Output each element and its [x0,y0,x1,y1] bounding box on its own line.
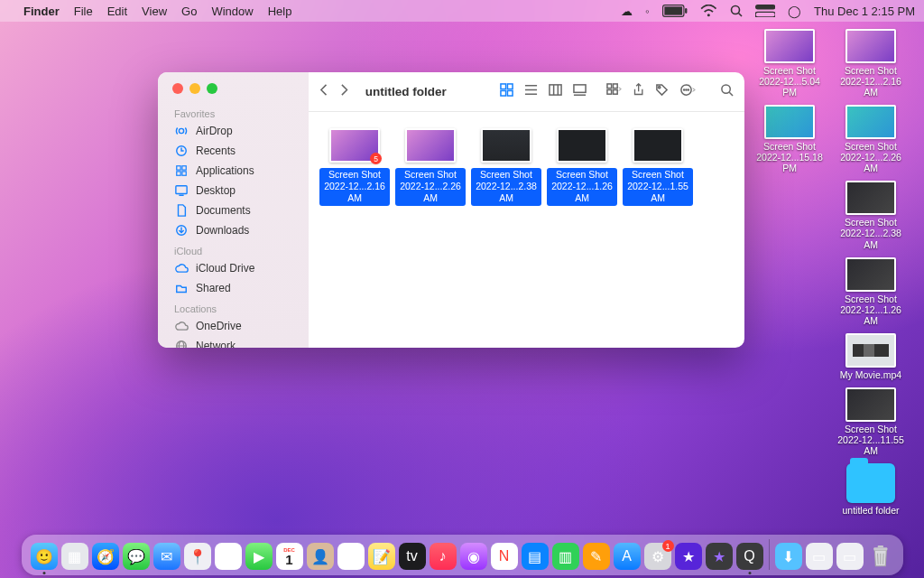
desktop-item-label: Screen Shot2022-12...11.55 AM [834,424,908,456]
recents-icon [174,144,189,157]
dock-pages[interactable]: ✎ [583,543,610,570]
sidebar-section-label: Favorites [162,103,305,121]
dock-trash[interactable] [867,543,894,570]
dock-notes[interactable]: 📝 [368,543,395,570]
sidebar-item-shared[interactable]: Shared [162,278,305,298]
icloud-icon [174,264,189,273]
sidebar-item-desktop[interactable]: Desktop [162,181,305,200]
dock-badge: 1 [662,540,674,552]
dock-quicktime[interactable]: Q [736,543,763,570]
dock-settings[interactable]: ⚙︎1 [644,543,671,570]
view-list-button[interactable] [524,83,538,100]
svg-rect-21 [507,84,513,89]
actions-button[interactable] [679,83,697,100]
dock-clips[interactable]: ★ [675,543,702,570]
desktop-item[interactable]: My Movie.mp4 [836,333,906,380]
dock-contacts[interactable]: 👤 [307,543,334,570]
status-wifi-icon[interactable] [700,5,717,17]
share-button[interactable] [633,83,644,100]
file-item[interactable]: Screen Shot2022-12...2.26 AM [395,128,466,206]
desktop-item[interactable]: untitled folder [836,463,906,516]
view-columns-button[interactable] [549,83,562,100]
desktop-item[interactable]: Screen Shot2022-12...1.26 AM [836,257,906,326]
desktop-icon-column-1: Screen Shot2022-12...5.04 PM Screen Shot… [753,29,827,173]
dock-podcasts[interactable]: ◉ [460,543,487,570]
dock-music[interactable]: ♪ [430,543,457,570]
desktop-item-label: untitled folder [834,505,908,516]
nav-back-button[interactable] [319,83,328,100]
menubar-datetime[interactable]: Thu Dec 1 2:15 PM [814,5,915,18]
menu-app-name[interactable]: Finder [23,5,60,18]
dock-maps[interactable]: 📍 [184,543,211,570]
dock-recent2[interactable]: ▭ [836,543,864,570]
svg-rect-32 [607,84,612,89]
status-siri-icon[interactable]: ◯ [788,5,801,18]
view-gallery-button[interactable] [573,83,587,100]
svg-rect-11 [182,166,186,170]
dock-reminders[interactable]: ☰ [337,543,365,570]
desktop-item[interactable]: Screen Shot2022-12...5.04 PM [754,29,825,98]
search-button[interactable] [720,83,734,100]
tags-button[interactable] [655,83,669,100]
svg-rect-22 [501,90,506,96]
window-close-button[interactable] [172,83,183,94]
sidebar-item-downloads[interactable]: Downloads [162,220,305,240]
menu-go[interactable]: Go [181,5,197,18]
sidebar-item-applications[interactable]: Applications [162,161,305,181]
desktop-icon-column-2: Screen Shot2022-12...2.16 AM Screen Shot… [834,29,908,516]
menu-window[interactable]: Window [211,5,253,18]
status-battery-icon[interactable] [662,5,688,17]
svg-rect-23 [507,90,513,96]
menu-edit[interactable]: Edit [107,5,127,18]
sidebar-item-onedrive[interactable]: OneDrive [162,316,305,336]
group-by-button[interactable] [606,83,622,100]
desktop-item[interactable]: Screen Shot2022-12...2.38 AM [836,181,906,249]
file-item[interactable]: Screen Shot2022-12...1.55 AM [623,128,693,206]
desktop-item[interactable]: Screen Shot2022-12...11.55 AM [836,387,906,456]
desktop-thumbnail [845,181,896,215]
window-minimize-button[interactable] [189,83,200,94]
dock-imovie[interactable]: ★ [706,543,733,570]
file-label: Screen Shot2022-12...1.55 AM [623,168,693,206]
dock-finder[interactable]: 🙂 [31,543,58,570]
dock-appstore[interactable]: A [614,543,641,570]
svg-line-47 [882,554,883,564]
file-item[interactable]: Screen Shot2022-12...2.38 AM [471,128,541,206]
dock-safari[interactable]: 🧭 [92,543,119,570]
finder-files-area[interactable]: 5 Screen Shot2022-12...2.16 AM Screen Sh… [309,112,744,348]
dock-mail[interactable]: ✉︎ [153,543,180,570]
menu-view[interactable]: View [142,5,167,18]
dock-news[interactable]: N [491,543,518,570]
dock-recent1[interactable]: ▭ [806,543,833,570]
window-zoom-button[interactable] [207,83,217,94]
dock-numbers[interactable]: ▥ [552,543,579,570]
view-icons-button[interactable] [500,83,513,100]
dock-tv[interactable]: tv [399,543,426,570]
sync-badge: 5 [370,153,382,164]
sidebar-item-airdrop[interactable]: AirDrop [162,121,305,141]
file-item[interactable]: Screen Shot2022-12...1.26 AM [547,128,617,206]
file-thumbnail [557,128,607,163]
menu-file[interactable]: File [74,5,93,18]
sidebar-item-network[interactable]: Network [162,336,305,348]
status-cloud-icon[interactable]: ☁︎ [621,5,633,18]
desktop-item[interactable]: Screen Shot2022-12...15.18 PM [754,105,825,173]
sidebar-item-documents[interactable]: Documents [162,200,305,220]
nav-forward-button[interactable] [340,83,348,100]
dock-facetime[interactable]: ▶ [245,543,273,570]
status-controlcenter-icon[interactable] [755,5,775,17]
desktop-item[interactable]: Screen Shot2022-12...2.26 AM [836,105,906,173]
dock-calendar[interactable]: DEC1 [276,543,303,570]
dock-messages[interactable]: 💬 [123,543,150,570]
dock-photos[interactable]: ✿ [215,543,242,570]
sidebar-item-icloud-drive[interactable]: iCloud Drive [162,258,305,278]
menu-help[interactable]: Help [268,5,292,18]
dock-launchpad[interactable]: ▦ [61,543,88,570]
file-item[interactable]: 5 Screen Shot2022-12...2.16 AM [319,128,390,206]
desktop-item[interactable]: Screen Shot2022-12...2.16 AM [836,29,906,98]
dock-keynote[interactable]: ▤ [522,543,549,570]
status-screenrec-icon[interactable]: ◦ [645,5,650,18]
status-spotlight-icon[interactable] [730,5,743,17]
dock-downloads[interactable]: ⬇︎ [775,543,802,570]
sidebar-item-recents[interactable]: Recents [162,141,305,161]
